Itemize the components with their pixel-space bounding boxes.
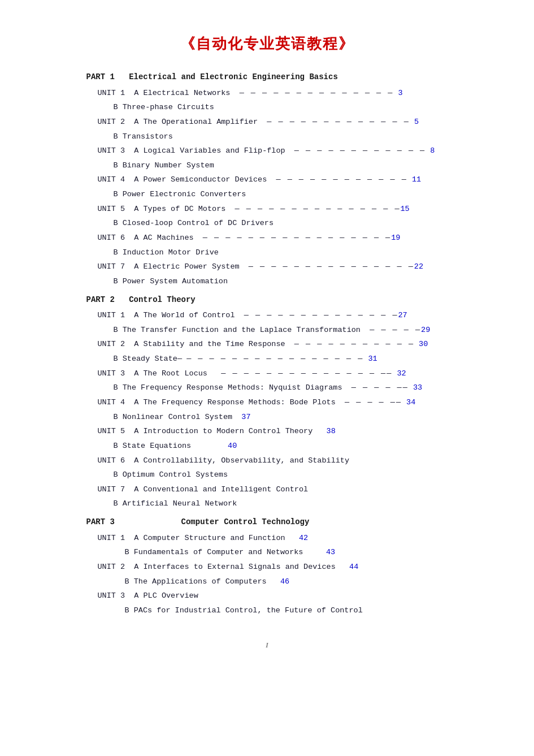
part1-unit5-b: B Closed-loop Control of DC Drivers bbox=[86, 216, 448, 231]
part1-unit2-b: B Transistors bbox=[86, 129, 448, 144]
part3-unit2-b: B The Applications of Computers 46 bbox=[86, 574, 448, 589]
part3-unit1-b: B Fundamentals of Computer and Networks … bbox=[86, 545, 448, 560]
part-1-header: PART 1 Electrical and Electronic Enginee… bbox=[86, 70, 448, 85]
part1-unit5-a: UNIT 5 A Types of DC Motors — — — — — — … bbox=[86, 202, 448, 217]
part1-unit3-a: UNIT 3 A Logical Variables and Flip-flop… bbox=[86, 144, 448, 158]
part2-unit2-a: UNIT 2 A Stability and the Time Response… bbox=[86, 337, 448, 352]
part2-unit6-a: UNIT 6 A Controllability, Observability,… bbox=[86, 453, 448, 468]
page-container: 《自动化专业英语教程》 PART 1 Electrical and Electr… bbox=[53, 23, 482, 684]
part1-unit4-a: UNIT 4 A Power Semiconductor Devices — —… bbox=[86, 172, 448, 187]
part2-unit5-b: B State Equations 40 bbox=[86, 439, 448, 453]
part2-unit6-b: B Optimum Control Systems bbox=[86, 468, 448, 482]
part1-unit7-b: B Power System Automation bbox=[86, 274, 448, 289]
part1-unit3-b: B Binary Number System bbox=[86, 158, 448, 173]
part1-unit2-a: UNIT 2 A The Operational Amplifier — — —… bbox=[86, 115, 448, 129]
part3-unit2-a: UNIT 2 A Interfaces to External Signals … bbox=[86, 560, 448, 574]
part2-unit7-b: B Artificial Neural Network bbox=[86, 496, 448, 511]
part2-unit7-a: UNIT 7 A Conventional and Intelligent Co… bbox=[86, 482, 448, 497]
part1-unit1-b: B Three-phase Circuits bbox=[86, 100, 448, 115]
part2-unit2-b: B Steady State— — — — — — — — — — — — — … bbox=[86, 352, 448, 366]
part2-unit1-a: UNIT 1 A The World of Control — — — — — … bbox=[86, 308, 448, 323]
part1-unit6-b: B Induction Motor Drive bbox=[86, 245, 448, 260]
part1-unit6-a: UNIT 6 A AC Machines — — — — — — — — — —… bbox=[86, 231, 448, 245]
part1-unit7-a: UNIT 7 A Electric Power System — — — — —… bbox=[86, 260, 448, 274]
part2-unit3-a: UNIT 3 A The Root Locus — — — — — — — — … bbox=[86, 366, 448, 381]
part1-unit1-a: UNIT 1 A Electrical Networks — — — — — —… bbox=[86, 86, 448, 101]
book-title: 《自动化专业英语教程》 bbox=[86, 34, 448, 54]
part3-unit3-a: UNIT 3 A PLC Overview bbox=[86, 589, 448, 603]
part-2-header: PART 2 Control Theory bbox=[86, 292, 448, 308]
part-3-header: PART 3 Computer Control Technology bbox=[86, 515, 448, 530]
part2-unit1-b: B The Transfer Function and the Laplace … bbox=[86, 323, 448, 338]
page-number: I bbox=[86, 641, 448, 650]
part2-unit3-b: B The Frequency Response Methods: Nyquis… bbox=[86, 381, 448, 395]
part2-unit4-a: UNIT 4 A The Frequency Response Methods:… bbox=[86, 395, 448, 410]
part2-unit5-a: UNIT 5 A Introduction to Modern Control … bbox=[86, 424, 448, 439]
part1-unit4-b: B Power Electronic Converters bbox=[86, 187, 448, 202]
part2-unit4-b: B Nonlinear Control System 37 bbox=[86, 410, 448, 425]
part3-unit1-a: UNIT 1 A Computer Structure and Function… bbox=[86, 531, 448, 546]
part3-unit3-b: B PACs for Industrial Control, the Futur… bbox=[86, 603, 448, 618]
toc: PART 1 Electrical and Electronic Enginee… bbox=[86, 70, 448, 618]
